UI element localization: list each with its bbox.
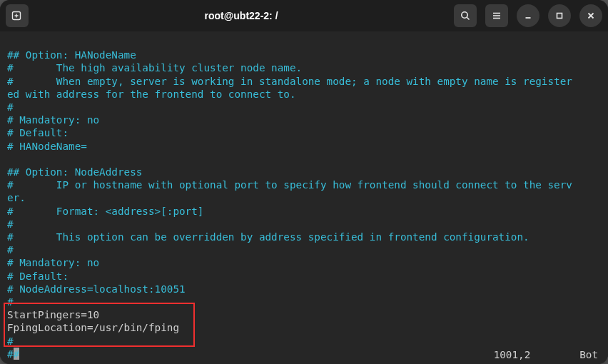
maximize-icon [554,10,565,21]
config-line: ## Option: NodeAddress [7,166,142,178]
config-line: ed with address for the frontend to conn… [7,89,296,100]
config-line: # IP or hostname with optional port to s… [7,179,572,191]
config-line: # Default: [7,271,69,282]
close-icon [585,10,597,21]
config-line: # Format: <address>[:port] [7,206,203,217]
config-line: # NodeAddress=localhost:10051 [7,283,186,295]
svg-rect-9 [557,14,562,19]
menu-button[interactable] [485,4,508,27]
config-line: # The high availability cluster node nam… [7,62,302,74]
config-line: # Mandatory: no [7,257,99,268]
config-line: # [7,296,14,308]
config-line: # HANodeName= [7,141,87,152]
maximize-button[interactable] [548,4,571,27]
svg-line-4 [467,17,469,19]
config-line: # [7,335,14,347]
svg-point-3 [462,12,467,18]
minimize-icon [522,10,534,21]
config-line: FpingLocation=/usr/bin/fping [7,322,179,333]
cursor: # [14,348,20,360]
new-tab-icon [11,10,23,21]
titlebar: root@ubt22-2: / [0,0,608,31]
cursor-position: 1001,2 [494,349,531,360]
vim-status-line: 1001,2 Bot [494,348,598,361]
hamburger-icon [491,10,502,21]
config-line: # [7,101,14,113]
terminal-viewport[interactable]: ## Option: HANodeName # The high availab… [0,31,608,364]
terminal-window: root@ubt22-2: / [0,0,608,364]
new-tab-button[interactable] [6,4,29,27]
config-line: # Default: [7,127,69,138]
config-line: # Mandatory: no [7,114,99,126]
config-line: ## Option: HANodeName [7,49,136,61]
config-line: # [7,348,14,360]
window-title: root@ubt22-2: / [34,10,448,21]
search-button[interactable] [454,4,477,27]
config-line: # When empty, server is working in stand… [7,76,572,87]
scroll-position: Bot [579,349,598,360]
close-button[interactable] [579,4,602,27]
search-icon [460,10,471,21]
config-line: er. [7,192,26,203]
config-line: # [7,218,14,230]
config-line: StartPingers=10 [7,309,99,320]
config-line: # This option can be overridden by addre… [7,231,530,243]
config-line: # [7,244,14,256]
minimize-button[interactable] [517,4,539,27]
